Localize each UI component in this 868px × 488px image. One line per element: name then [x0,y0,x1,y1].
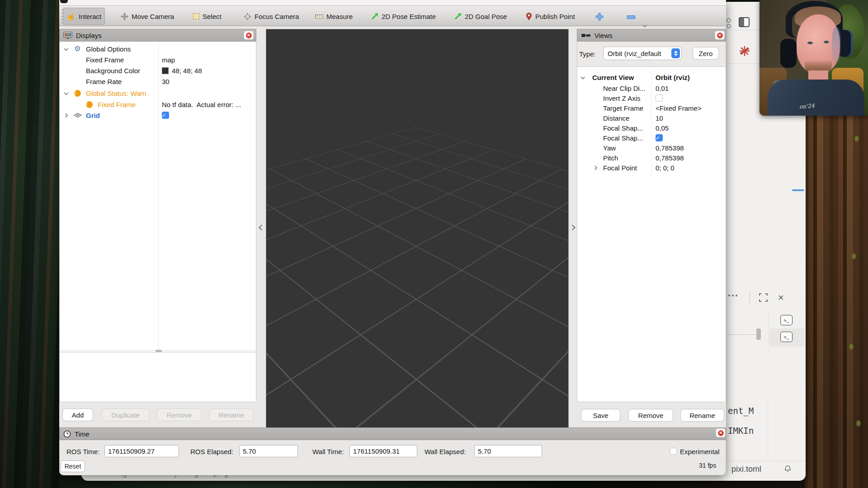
view-row-distance[interactable]: Distance 10 [577,113,726,123]
tool-2d-pose-estimate[interactable]: 2D Pose Estimate [368,8,439,25]
property-value[interactable]: map [162,56,175,64]
focal-shape-checkbox[interactable]: ✓ [656,134,663,141]
dropdown-spinner-icon[interactable] [671,48,680,58]
wall-elapsed-input[interactable] [474,445,542,457]
face-blue-light [832,27,841,63]
wall-time-input[interactable] [349,445,417,457]
fullscreen-icon[interactable] [759,293,768,302]
tool-select[interactable]: Select [189,8,225,25]
tool-label: Publish Point [535,13,575,20]
property-row-fixed-frame-warning[interactable]: ! Fixed Frame No tf data. Actual error: … [60,99,256,110]
zero-button[interactable]: Zero [693,47,718,59]
terminal-icon[interactable]: >_ [780,315,793,325]
tool-interact[interactable]: ☝ Interact [63,8,105,25]
bell-icon[interactable] [783,465,792,473]
property-value[interactable]: <Fixed Frame> [656,104,702,112]
rename-display-button[interactable]: Rename [210,409,253,421]
displays-property-tree: ⚙ Global Options Fixed Frame map Backgro… [59,42,256,352]
view-type-dropdown[interactable]: Orbit (rviz_default [604,47,681,60]
property-value[interactable]: 0,01 [656,84,669,92]
experimental-checkbox[interactable] [670,448,677,455]
starburst-icon[interactable] [739,45,750,57]
remove-tool-button[interactable] [627,15,636,19]
moss-speck [852,253,856,259]
property-row-background-color[interactable]: Background Color 48; 48; 48 [60,65,256,76]
expander-icon[interactable] [64,113,68,117]
view-row-invert-z[interactable]: Invert Z Axis [577,93,726,103]
ros-time-label: ROS Time: [66,448,99,455]
expander-icon[interactable] [64,90,68,95]
tool-measure[interactable]: Measure [311,8,356,25]
remove-display-button[interactable]: Remove [157,409,201,421]
color-swatch[interactable] [162,67,169,74]
view-row-yaw[interactable]: Yaw 0,785398 [577,143,726,153]
view-row-focal-shape-fixed[interactable]: Focal Shap... ✓ [577,133,726,143]
grid-enabled-checkbox[interactable]: ✓ [162,112,169,119]
remove-view-button[interactable]: Remove [629,409,673,421]
warning-icon: ! [74,90,81,97]
property-label: Grid [86,112,100,119]
moss-speck [856,420,861,427]
more-options-icon[interactable] [728,295,737,296]
property-row-global-status[interactable]: ! Global Status: Warn [60,88,256,99]
property-row-frame-rate[interactable]: Frame Rate 30 [60,76,256,87]
tool-2d-goal-pose[interactable]: 2D Goal Pose [451,8,510,25]
expander-icon[interactable] [64,46,68,51]
tool-publish-point[interactable]: Publish Point [522,8,579,25]
view-row-focal-shape-size[interactable]: Focal Shap... 0,05 [577,123,726,133]
property-row-grid[interactable]: Grid ✓ [60,110,256,121]
splitter-handle[interactable] [156,350,162,352]
property-value[interactable]: 0; 0; 0 [656,164,675,172]
toolbar-overflow-chevron-icon[interactable] [642,23,647,28]
property-value[interactable]: 30 [162,78,170,85]
property-value[interactable]: 10 [656,114,663,122]
displays-panel-header[interactable]: Displays [59,29,256,42]
add-tool-button[interactable] [595,12,604,21]
view-row-focal-point[interactable]: Focal Point 0; 0; 0 [577,163,726,173]
property-value[interactable]: 0,785398 [656,144,684,152]
property-label: Near Clip Di... [603,84,645,92]
view-row-near-clip[interactable]: Near Clip Di... 0,01 [577,83,726,93]
goal-pose-arrow-icon [454,13,462,20]
invert-z-checkbox[interactable] [656,94,663,102]
reset-button[interactable]: Reset [61,461,85,472]
layout-panel-icon[interactable] [739,17,750,27]
view-row-pitch[interactable]: Pitch 0,785398 [577,153,726,163]
terminal-icon[interactable]: >_ [780,332,793,342]
collapse-left-panel-arrow[interactable] [258,222,264,232]
tool-label: Interact [79,13,101,20]
property-value[interactable]: 48; 48; 48 [172,67,202,75]
displays-close-button[interactable]: ✕ [244,31,253,39]
save-view-button[interactable]: Save [581,409,620,421]
expander-icon[interactable] [580,75,585,79]
property-label: Current View [592,74,634,81]
3d-viewport[interactable] [266,29,569,428]
collapse-right-panel-arrow[interactable] [569,222,576,232]
close-icon[interactable]: × [778,294,784,302]
duplicate-display-button[interactable]: Duplicate [102,409,149,421]
person-eye-right [824,41,829,43]
property-row-global-options[interactable]: ⚙ Global Options [60,43,256,54]
property-value[interactable]: 0,785398 [656,154,684,162]
expander-icon[interactable] [593,165,598,170]
view-row-target-frame[interactable]: Target Frame <Fixed Frame> [577,103,726,113]
tool-focus-camera[interactable]: Focus Camera [240,8,302,25]
property-label: Background Color [86,67,140,75]
tool-move-camera[interactable]: Move Camera [117,8,178,25]
view-type-label: Type: [579,50,596,58]
scrollbar-thumb[interactable] [756,328,761,340]
property-label: Pitch [603,154,618,162]
views-panel-header[interactable]: Views [577,29,726,42]
warning-icon: ! [86,101,93,108]
rename-view-button[interactable]: Rename [681,409,724,421]
property-value[interactable]: 0,05 [656,124,669,132]
ros-time-input[interactable] [104,445,179,457]
property-value: Orbit (rviz) [656,74,690,81]
time-close-button[interactable]: ✕ [716,429,725,437]
view-row-current-view[interactable]: Current View Orbit (rviz) [577,72,726,82]
views-close-button[interactable]: ✕ [715,31,724,39]
property-row-fixed-frame[interactable]: Fixed Frame map [60,54,256,65]
add-display-button[interactable]: Add [63,409,93,421]
time-panel-header[interactable]: Time [59,427,726,440]
ros-elapsed-input[interactable] [239,445,298,457]
